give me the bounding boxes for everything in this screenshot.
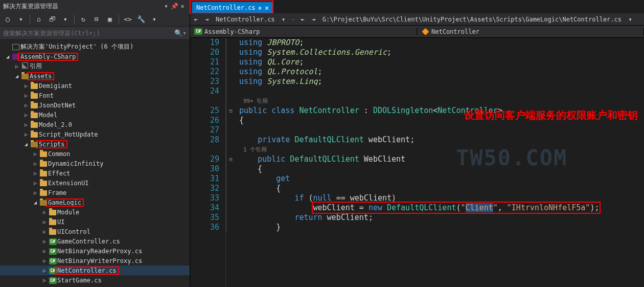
chevron-down-icon[interactable]: ▾: [625, 16, 636, 23]
expand-icon[interactable]: ▷: [22, 102, 30, 108]
fwd-icon[interactable]: ▾: [15, 14, 27, 25]
close-icon[interactable]: ✕: [178, 3, 187, 10]
code-line[interactable]: using JBPROTO;: [239, 38, 644, 48]
code-editor[interactable]: 192021222324252627282930313233343536 ⊟⊟ …: [190, 38, 644, 287]
code-line[interactable]: [239, 125, 644, 135]
tree-row[interactable]: ▷DynamicInfinity: [0, 159, 190, 168]
code-line[interactable]: using System.Linq;: [239, 77, 644, 86]
code-body[interactable]: using JBPROTO;using System.Collections.G…: [235, 38, 644, 287]
tree-row[interactable]: ▷Model: [0, 110, 190, 120]
code-line[interactable]: get: [239, 174, 644, 184]
tree-row[interactable]: ▷C#NetBinaryWriterProxy.cs: [0, 256, 190, 266]
tree-row[interactable]: ▷Frame: [0, 188, 190, 197]
expand-icon[interactable]: ▷: [41, 258, 48, 263]
tree-row[interactable]: ▷Effect: [0, 168, 190, 178]
tree-row[interactable]: ▷Module: [0, 207, 190, 217]
scope-project[interactable]: C#Assembly-CSharp: [190, 28, 417, 35]
pipe-icon[interactable]: ▾: [149, 14, 160, 25]
expand-icon[interactable]: ▷: [22, 122, 30, 127]
solution-tree[interactable]: 解决方案'UnityProject' (6 个项目)◢Assembly-CSha…: [0, 40, 190, 287]
codelens[interactable]: 1 个引用: [239, 145, 644, 154]
code-line[interactable]: using QL.Core;: [239, 57, 644, 67]
nav-file[interactable]: NetController.cs: [213, 16, 278, 23]
nav-back-icon[interactable]: ↞: [190, 16, 201, 23]
expand-icon[interactable]: ▷: [32, 161, 39, 166]
code-line[interactable]: public DefaultQLClient WebClient: [239, 154, 644, 164]
code-line[interactable]: using System.Collections.Generic;: [239, 48, 644, 57]
search-input[interactable]: [3, 30, 174, 37]
codelens[interactable]: 99+ 引用: [239, 96, 644, 106]
expand-icon[interactable]: ▷: [22, 93, 30, 98]
pin-icon[interactable]: ⊕: [259, 5, 262, 11]
nav-fwd2-icon[interactable]: ↠: [308, 16, 319, 23]
expand-icon[interactable]: ▷: [22, 112, 30, 118]
tree-row[interactable]: ▷C#NetController.cs: [0, 266, 190, 275]
tree-row[interactable]: ▷Script_HotUpdate: [0, 129, 190, 139]
expand-icon[interactable]: ▷: [32, 180, 39, 186]
tree-row[interactable]: ▷UIControl: [0, 227, 190, 236]
nav-back2-icon[interactable]: ↞: [297, 16, 308, 23]
sync-icon[interactable]: 🗗: [47, 14, 58, 25]
tree-row[interactable]: ▷C#GameController.cs: [0, 236, 190, 246]
tree-row[interactable]: ▷Model_2.0: [0, 120, 190, 129]
expand-icon[interactable]: ◢: [13, 73, 20, 79]
dropdown-icon[interactable]: ▾: [162, 3, 170, 10]
tree-row[interactable]: ◢GameLogic: [0, 197, 190, 207]
expand-icon[interactable]: ▷: [13, 63, 20, 69]
tree-row[interactable]: ▷Common: [0, 149, 190, 159]
tree-row[interactable]: ▷C#StartGame.cs: [0, 275, 190, 285]
expand-icon[interactable]: ▷: [32, 170, 39, 176]
chevron-down-icon[interactable]: ▾: [278, 16, 289, 23]
expand-icon[interactable]: ▷: [32, 190, 39, 195]
code-line[interactable]: webClient = new DefaultQLClient("Client"…: [239, 203, 644, 213]
code-line[interactable]: return webClient;: [239, 213, 644, 223]
collapse-icon[interactable]: ⊟: [91, 14, 102, 25]
tree-row[interactable]: 解决方案'UnityProject' (6 个项目): [0, 42, 190, 52]
pin-icon[interactable]: 📌: [170, 3, 178, 10]
tree-row[interactable]: ▷Demigiant: [0, 81, 190, 91]
expand-icon[interactable]: ▷: [41, 209, 48, 215]
code-line[interactable]: private DefaultQLClient webClient;: [239, 135, 644, 145]
tree-row[interactable]: ◢Assets: [0, 71, 190, 81]
code-line[interactable]: [239, 86, 644, 96]
tree-row[interactable]: ◢Scripts: [0, 139, 190, 149]
expand-icon[interactable]: ▷: [41, 277, 48, 283]
properties-icon[interactable]: 🔧: [135, 14, 147, 25]
tree-row[interactable]: ▷UI: [0, 217, 190, 227]
expand-icon[interactable]: ▷: [32, 151, 39, 157]
fold-column[interactable]: ⊟⊟: [226, 38, 235, 287]
expand-icon[interactable]: ◢: [32, 200, 39, 205]
close-icon[interactable]: ✕: [265, 4, 269, 12]
tree-row[interactable]: ▷ExtensionUI: [0, 178, 190, 188]
expand-icon[interactable]: ◢: [22, 141, 30, 147]
code-line[interactable]: if (null == webClient): [239, 193, 644, 203]
expand-icon[interactable]: ▷: [22, 131, 30, 137]
code-line[interactable]: using QL.Protocol;: [239, 67, 644, 77]
home-icon[interactable]: ⌂: [33, 14, 44, 25]
expand-icon[interactable]: ▷: [41, 229, 48, 234]
tree-row[interactable]: ▷C#NetBinaryReaderProxy.cs: [0, 246, 190, 256]
showall-icon[interactable]: ▣: [104, 14, 116, 25]
tree-row[interactable]: ▷JsonDotNet: [0, 100, 190, 110]
code-line[interactable]: {: [239, 184, 644, 193]
code-line[interactable]: }: [239, 223, 644, 232]
nav-fwd-icon[interactable]: ↠: [201, 16, 213, 23]
expand-icon[interactable]: ▷: [41, 219, 48, 225]
back-icon[interactable]: ◯: [2, 14, 13, 25]
code-icon[interactable]: <>: [122, 14, 133, 25]
expand-icon[interactable]: ▷: [41, 268, 48, 273]
expand-icon[interactable]: ◢: [4, 54, 11, 59]
tree-row[interactable]: ◢Assembly-CSharp: [0, 52, 190, 61]
code-line[interactable]: {: [239, 164, 644, 174]
expand-icon[interactable]: ▷: [41, 238, 48, 244]
tree-row[interactable]: ▷Font: [0, 91, 190, 100]
tab-netcontroller[interactable]: NetController.cs ⊕ ✕: [192, 2, 273, 13]
scope-class[interactable]: 🔶NetController: [417, 28, 644, 35]
expand-icon[interactable]: ▷: [22, 83, 30, 89]
refresh-icon[interactable]: ↻: [78, 14, 89, 25]
tree-row[interactable]: ▷引用: [0, 61, 190, 71]
search-icon[interactable]: 🔍: [174, 29, 182, 37]
search-dropdown-icon[interactable]: ▾: [182, 29, 187, 37]
expand-icon[interactable]: ▷: [41, 248, 48, 254]
dropdown-icon[interactable]: ▾: [60, 14, 71, 25]
